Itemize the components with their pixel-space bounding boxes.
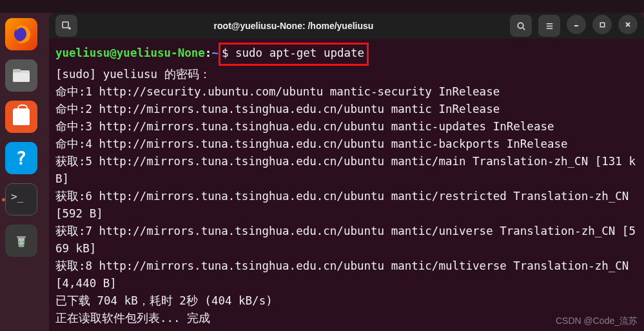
svg-rect-3 [13, 73, 30, 82]
svg-rect-16 [600, 23, 604, 26]
title-bar: root@yueliusu-None: /home/yueliusu [49, 13, 644, 39]
menu-button[interactable] [538, 15, 560, 37]
out-line: 命中:1 http://security.ubuntu.com/ubuntu m… [55, 85, 500, 98]
maximize-button[interactable] [592, 15, 612, 34]
watermark: CSDN @Code_流苏 [556, 316, 638, 327]
gnome-top-bar [0, 0, 644, 13]
dock-terminal-icon[interactable] [5, 183, 37, 216]
dock-help-icon[interactable]: ? [5, 142, 37, 174]
terminal-output[interactable]: yueliusu@yueliusu-None:~$ sudo apt-get u… [49, 39, 644, 331]
svg-point-10 [518, 23, 523, 28]
dock-ubuntu-software-icon[interactable] [5, 101, 37, 133]
close-button[interactable] [618, 15, 638, 34]
out-line: 命中:4 http://mirrors.tuna.tsinghua.edu.cn… [55, 137, 568, 150]
command-text: sudo apt-get update [235, 46, 364, 59]
dock-firefox-icon[interactable] [5, 18, 37, 50]
search-button[interactable] [510, 15, 532, 37]
out-line: [sudo] yueliusu 的密码： [55, 68, 211, 81]
out-line: 获取:8 http://mirrors.tuna.tsinghua.edu.cn… [55, 259, 636, 290]
out-line: 命中:2 http://mirrors.tuna.tsinghua.edu.cn… [55, 103, 500, 115]
out-line: 命中:3 http://mirrors.tuna.tsinghua.edu.cn… [55, 120, 554, 133]
prompt-user-host: yueliusu@yueliusu-None [55, 46, 205, 59]
prompt-sigil: $ [222, 46, 235, 59]
out-line: 已下载 704 kB，耗时 2秒 (404 kB/s) [55, 294, 273, 307]
dock: ? [0, 0, 43, 331]
svg-line-11 [523, 28, 525, 30]
svg-point-5 [19, 241, 20, 243]
svg-rect-2 [13, 69, 21, 72]
terminal-window: root@yueliusu-None: /home/yueliusu yueli… [49, 13, 644, 331]
out-line: 获取:5 http://mirrors.tuna.tsinghua.edu.cn… [55, 155, 636, 185]
svg-rect-7 [63, 22, 68, 28]
out-line: 正在读取软件包列表... 完成 [55, 312, 210, 325]
dock-trash-icon[interactable] [5, 225, 37, 257]
prompt-path: ~ [211, 46, 219, 59]
prompt-sep: : [205, 46, 212, 59]
dock-files-icon[interactable] [5, 59, 37, 92]
out-line: 获取:6 http://mirrors.tuna.tsinghua.edu.cn… [55, 190, 636, 220]
running-indicator-icon [2, 198, 5, 201]
new-tab-button[interactable] [55, 15, 77, 37]
window-title: root@yueliusu-None: /home/yueliusu [83, 21, 505, 31]
out-line: 获取:7 http://mirrors.tuna.tsinghua.edu.cn… [55, 225, 636, 255]
svg-rect-4 [17, 236, 26, 238]
command-highlight-box: $ sudo apt-get update [219, 43, 369, 66]
minimize-button[interactable] [567, 15, 586, 34]
svg-point-6 [22, 241, 23, 243]
